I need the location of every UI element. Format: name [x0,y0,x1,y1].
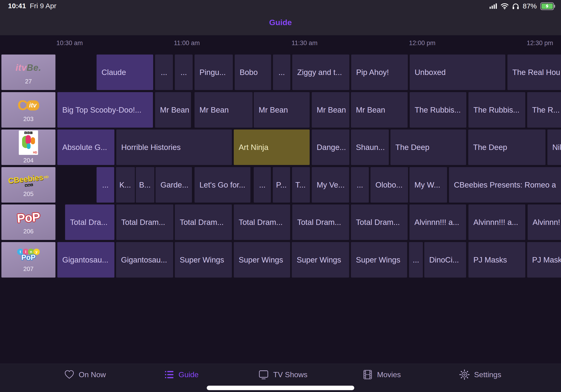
program-cell[interactable]: Alvinnn!!! a... [468,205,525,240]
channel-row: itvBe.27Claude......Pingu...Bobo...Ziggy… [0,54,561,90]
program-cell[interactable]: PJ Masks [468,242,525,278]
program-cell[interactable]: Total Dram... [351,205,408,240]
program-cell[interactable]: ... [273,54,290,90]
program-cell[interactable]: Art Ninja [234,130,310,165]
program-cell[interactable]: The R... [527,92,561,128]
program-cell[interactable]: ... [155,54,173,90]
program-cell[interactable]: Shaun... [351,130,389,165]
headphones-icon [512,3,519,9]
program-cell[interactable]: Gigantosau... [116,242,173,278]
program-cell[interactable]: K... [116,167,135,203]
program-cell[interactable]: The Deep [390,130,466,165]
program-cell[interactable]: Super Wings [351,242,407,278]
program-title: Unboxed [410,68,446,77]
channel-tile-206[interactable]: PoP206 [1,205,55,240]
program-cell[interactable]: Mr Bean [194,92,253,128]
status-time: 10:41 [8,2,26,10]
program-cell[interactable]: ... [254,167,271,203]
channel-row: BBCHD204Absolute G...Horrible HistoriesA… [0,130,561,165]
program-cell[interactable]: Absolute G... [57,130,114,165]
channel-tile-207[interactable]: tinyPoP207 [1,242,55,278]
program-cell[interactable]: Nik [547,130,561,165]
program-cell[interactable]: Dange... [312,130,349,165]
time-label: 12:30 pm [527,40,553,47]
program-cell[interactable]: Mr Bean [351,92,408,128]
program-cell[interactable]: The Rubbis... [410,92,466,128]
channel-tile-205[interactable]: CBeebiesHDBBC205 [1,167,55,203]
program-cell[interactable]: Mr Bean [312,92,349,128]
status-date: Fri 9 Apr [30,2,56,10]
program-cell[interactable]: B... [136,167,154,203]
program-title: CBeebies Presents: Romeo a [449,181,556,189]
program-title: ... [102,181,109,189]
program-title: Mr Bean [194,106,229,114]
program-cell[interactable]: Claude [97,54,153,90]
program-cell[interactable]: Horrible Histories [116,130,232,165]
channel-row: CBeebiesHDBBC205...K...B...Garde...Let's… [0,167,561,203]
program-cell[interactable]: Mr Bean [155,92,191,128]
program-cell[interactable]: Unboxed [410,54,505,90]
channel-tile-203[interactable]: Citv203 [1,92,55,128]
program-cell[interactable]: CBeebies Presents: Romeo a [449,167,561,203]
program-cell[interactable]: The Real Hou [507,54,561,90]
channel-tile-27[interactable]: itvBe.27 [1,54,55,90]
channel-row: tinyPoP207Gigantosau...Gigantosau...Supe… [0,242,561,278]
program-title: PJ Masks [468,255,507,264]
program-cell[interactable]: ... [409,242,423,278]
program-cell[interactable]: Gigantosau... [57,242,114,278]
program-cell[interactable]: ... [175,54,193,90]
program-cell[interactable]: Garde... [155,167,192,203]
program-title: Total Dram... [292,218,341,227]
channel-row: PoP206Total Dra...Total Dram...Total Dra… [0,205,561,240]
time-label: 10:30 am [56,40,83,47]
program-cell[interactable]: ... [97,167,114,203]
program-cell[interactable]: Olobo... [370,167,408,203]
program-title: Olobo... [370,181,403,189]
program-cell[interactable]: Big Top Scooby-Doo!... [57,92,153,128]
tab-movies[interactable]: Movies [362,368,401,381]
program-cell[interactable]: Super Wings [292,242,349,278]
program-cell[interactable]: Super Wings [175,242,232,278]
heart-icon [64,369,75,380]
tab-guide[interactable]: Guide [164,368,198,381]
program-cell[interactable]: Pip Ahoy! [351,54,408,90]
program-cell[interactable]: DinoCi... [424,242,466,278]
program-title: My Ve... [312,181,345,189]
program-cell[interactable]: The Rubbis... [468,92,525,128]
program-cell[interactable]: Alvinnn! [528,205,561,240]
guide-list-icon [164,370,174,380]
program-title: Total Dram... [175,218,224,227]
program-title: The Rubbis... [468,106,519,114]
program-cell[interactable]: Ziggy and t... [292,54,349,90]
tab-settings[interactable]: Settings [459,368,501,381]
page-title: Guide [0,18,561,27]
program-cell[interactable]: Let's Go for... [194,167,250,203]
program-title: Ziggy and t... [292,68,342,77]
tab-on-now[interactable]: On Now [64,368,106,381]
channel-number: 27 [25,78,32,85]
program-cell[interactable]: Total Dram... [116,205,173,240]
home-indicator[interactable] [207,386,354,390]
program-cell[interactable]: Bobo [235,54,271,90]
program-cell[interactable]: Pingu... [194,54,233,90]
program-cell[interactable]: My W... [410,167,447,203]
program-title: Absolute G... [57,143,107,152]
program-cell[interactable]: Total Dram... [234,205,290,240]
program-cell[interactable]: Alvinnn!!! a... [410,205,466,240]
program-cell[interactable]: Total Dram... [292,205,349,240]
tab-tv-shows[interactable]: TV Shows [258,368,308,381]
channel-tile-204[interactable]: BBCHD204 [1,130,55,165]
time-label: 11:00 am [174,40,200,47]
program-cell[interactable]: P... [273,167,290,203]
program-title: Dange... [312,143,346,152]
program-cell[interactable]: ... [351,167,369,203]
program-cell[interactable]: Total Dram... [175,205,232,240]
program-cell[interactable]: PJ Mask [527,242,561,278]
program-cell[interactable]: Super Wings [234,242,290,278]
program-cell[interactable]: The Deep [468,130,546,165]
program-cell[interactable]: My Ve... [312,167,349,203]
program-cell[interactable]: Mr Bean [254,92,310,128]
program-cell[interactable]: T... [292,167,310,203]
program-cell[interactable]: Total Dra... [65,205,114,240]
program-title: Gigantosau... [57,255,108,264]
